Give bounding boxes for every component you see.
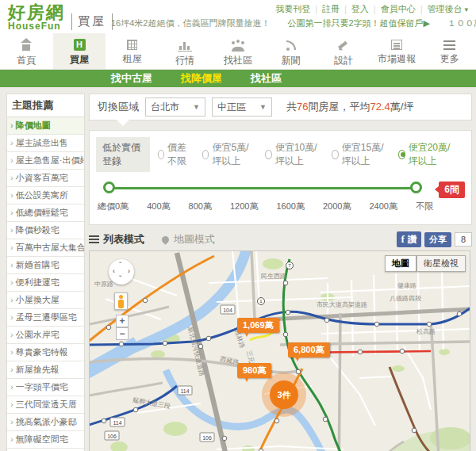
nav-tab[interactable]: 找社區 [212,33,265,69]
nav-tab-label: 找社區 [212,54,265,67]
facebook-like-button[interactable]: f讚 [397,231,421,247]
slider-handle-max[interactable] [410,182,422,193]
top-link[interactable]: 管理後台 [427,4,462,13]
sidebar-item[interactable]: 三代同堂透天厝 [7,396,84,414]
chevron-down-icon: ▼ [259,98,267,116]
top-bar: 好房網 HouseFun 買屋 16坪4米2超絕價，信義區門牌限量搶進！公園第一… [0,0,476,33]
price-marker[interactable]: 980萬 [237,363,271,378]
nav-tab-icon [443,40,455,50]
sidebar-item[interactable]: 屋主誠意出售 [7,135,84,152]
list-mode-toggle[interactable]: 列表模式 [89,232,144,247]
slider-handle-min[interactable] [103,182,115,193]
sub-nav: 找中古屋找降價屋找社區 [0,70,476,87]
radio-label: 價差不限 [167,141,192,168]
pan-up-icon[interactable]: ˆ [119,262,121,269]
subnav-item[interactable]: 找中古屋 [111,71,152,86]
logo-en: HouseFun [8,21,61,32]
nav-tab-label: 首頁 [0,54,53,67]
sidebar-item[interactable]: 新屋搶先報 [7,361,84,379]
chevron-down-icon: ▼ [193,98,200,116]
nav-tab[interactable]: 更多 [423,33,476,69]
logo[interactable]: 好房網 HouseFun 買屋 [8,5,113,32]
sidebar-item[interactable]: 小資客百萬宅 [7,170,84,187]
map-type-button[interactable]: 地圖 [385,255,416,272]
zoom-out-button[interactable]: − [116,327,129,340]
sidebar-item[interactable]: 尊貴豪宅特報 [7,344,84,361]
sidebar-item[interactable]: 便利捷運宅 [7,274,84,292]
promo-marquee: 16坪4米2超絕價，信義區門牌限量搶進！公園第一排只要2字頭！超值保留戶▶１００… [111,17,476,29]
nav-tab-icon [19,39,33,52]
nav-tab[interactable]: 行情 [159,33,212,69]
city-select[interactable]: 台北市 ▼ [145,97,205,117]
nav-tab[interactable]: 設計 [317,33,370,69]
slider-tick-label: 總價0萬 [98,201,129,212]
subnav-item[interactable]: 找降價屋 [181,71,222,86]
slider-track[interactable] [109,187,416,189]
sidebar-item[interactable]: 公園水岸宅 [7,327,84,344]
pan-left-icon[interactable]: ‹ [113,268,115,275]
slider-tick-label: 2400萬 [369,201,397,212]
promo-item[interactable]: １００萬賺８％報酬！★海外置產ＨＯＴ★ [447,18,476,28]
top-link[interactable]: 登入 [351,4,381,13]
sidebar-item[interactable]: 低公設美寓所 [7,187,84,204]
sidebar-item[interactable]: 挑高氣派小豪邸 [7,414,84,431]
map-canvas[interactable]: 179 104114114106106 中原路桂林路三元街西藏路民生西路八德路四… [89,250,470,451]
result-avg: 72.4 [370,101,390,113]
top-links: 我要刊登註冊登入會員中心管理後台 ▾ [275,3,468,15]
sidebar-item[interactable]: 百萬中古屋大集合 [7,239,84,257]
city-value: 台北市 [151,98,179,116]
facebook-icon: f [401,233,405,246]
nav-tab-icon [336,39,351,52]
subnav-item[interactable]: 找社區 [251,71,282,86]
nav-tab[interactable]: 首頁 [0,33,53,69]
pan-down-icon[interactable]: ˇ [119,275,121,282]
nav-tab-icon [391,40,402,50]
map-type-button[interactable]: 衛星檢視 [416,255,466,272]
filter-panel: 低於實價登錄 價差不限 便宜5萬/坪以上 便宜10萬/坪以上 便宜15萬/坪 [89,130,472,225]
nav-tab-label: 租屋 [106,52,159,66]
map-zoom-control: + − [116,315,129,340]
street-view-pegman[interactable] [114,292,128,310]
sidebar-item[interactable]: 降價秒殺宅 [7,222,84,239]
region-label: 切換區域 [98,100,139,114]
top-link[interactable]: 註冊 [322,4,351,13]
nav-tab[interactable]: 買屋 [53,33,106,69]
nav-tab[interactable]: 市場週報 [370,33,424,69]
map-pan-control[interactable]: ˆ ˇ ‹ › [109,259,134,285]
nav-tab-label: 設計 [317,54,370,67]
cluster-marker[interactable]: 3件 [270,380,298,409]
nav-tab-label: 更多 [423,52,476,66]
promo-item[interactable]: 公園第一排只要2字頭！超值保留戶▶ [287,18,430,28]
facebook-share-button[interactable]: 分享 [424,232,451,247]
sidebar-item[interactable]: 無障礙空間宅 [7,431,84,449]
price-diff-radio[interactable]: 便宜15萬/坪以上 [332,141,388,168]
price-diff-radio[interactable]: 便宜20萬/坪以上 [398,141,455,168]
sidebar-item[interactable]: 小屋換大屋 [7,292,84,309]
pan-right-icon[interactable]: › [128,268,130,275]
price-marker[interactable]: 1,069萬 [237,318,279,333]
nav-tab[interactable]: 新聞 [264,33,317,69]
sidebar-item[interactable]: 孟母三遷學區宅 [7,309,84,327]
sidebar-item[interactable]: 一字頭平價宅 [7,379,84,396]
price-diff-radio[interactable]: 便宜10萬/坪以上 [265,141,321,168]
radio-icon [398,150,405,159]
sidebar-item[interactable]: 屋主急售屋·出價好談 [7,152,84,170]
price-marker[interactable]: 6,800萬 [288,342,330,357]
sidebar-item[interactable]: 新婚首購宅 [7,257,84,274]
list-icon [89,235,99,244]
price-diff-radio[interactable]: 價差不限 [158,141,192,168]
sidebar: 主題推薦 降價地圖屋主誠意出售屋主急售屋·出價好談小資客百萬宅低公設美寓所低總價… [6,94,85,451]
price-diff-radio[interactable]: 便宜5萬/坪以上 [202,141,255,168]
top-link[interactable]: 我要刊登 [275,4,322,13]
top-link[interactable]: 會員中心 [381,4,428,13]
nav-tab[interactable]: 租屋 [106,33,159,69]
district-select[interactable]: 中正區 ▼ [212,97,272,117]
promo-item[interactable]: 16坪4米2超絕價，信義區門牌限量搶進！ [111,18,270,28]
sidebar-item[interactable]: 降價地圖 [7,117,84,135]
map-mode-toggle[interactable]: 地圖模式 [162,232,215,247]
nav-tab-label: 市場週報 [370,52,424,66]
zoom-in-button[interactable]: + [116,315,129,327]
sidebar-item[interactable]: 低總價輕鬆宅 [7,204,84,222]
slider-tick-label: 800萬 [189,201,212,212]
logo-zh: 好房網 [8,2,65,22]
